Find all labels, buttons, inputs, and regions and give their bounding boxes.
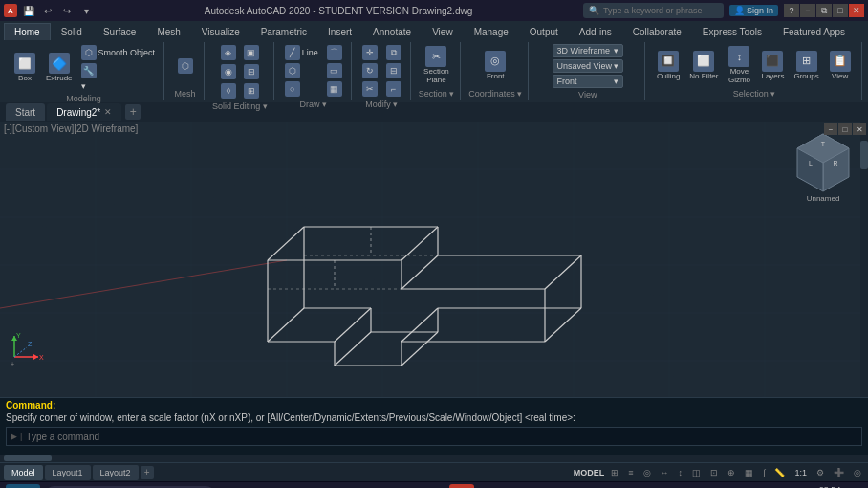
drawing-area[interactable]: [-][Custom View][2D Wireframe] − □ ✕ R L…: [0, 122, 868, 397]
tab-home[interactable]: Home: [4, 23, 51, 40]
status-lw[interactable]: ▦: [742, 468, 756, 477]
btn-layers[interactable]: ⬛ Layers: [757, 49, 788, 83]
viewcube-svg[interactable]: R L T Unnamed: [790, 129, 857, 206]
status-ws[interactable]: ◎: [851, 468, 864, 477]
btn-smooth[interactable]: ⬡ Smooth Object: [78, 44, 159, 61]
new-tab-btn[interactable]: +: [125, 104, 141, 120]
viewcube[interactable]: R L T Unnamed: [790, 129, 857, 196]
tab-drawing2-close[interactable]: ✕: [104, 107, 112, 117]
btn-more-modeling[interactable]: ▾: [78, 80, 159, 92]
tab-solid[interactable]: Solid: [51, 23, 93, 40]
btn-move-gizmo[interactable]: ↕ MoveGizmo: [724, 44, 754, 87]
taskbar-media[interactable]: 🎭: [392, 484, 417, 489]
btn-se-1[interactable]: ◈: [218, 44, 239, 61]
btn-se-5[interactable]: ⊟: [241, 63, 262, 80]
status-polar[interactable]: ↔: [658, 468, 672, 477]
btn-se-4[interactable]: ▣: [241, 44, 262, 61]
help-btn[interactable]: ?: [784, 4, 799, 17]
layout-tab-model[interactable]: Model: [4, 465, 43, 480]
taskbar-file-explorer[interactable]: [249, 484, 273, 489]
status-ortho[interactable]: ◎: [640, 468, 654, 477]
dropdown-wireframe[interactable]: 3D Wireframe ▾: [553, 44, 623, 57]
status-settings[interactable]: ⚙: [814, 468, 827, 477]
status-ruler[interactable]: 📏: [771, 468, 788, 477]
btn-poly[interactable]: ⬡: [282, 62, 321, 79]
win-close[interactable]: ✕: [849, 4, 864, 17]
status-tp[interactable]: ∫: [760, 468, 768, 477]
btn-se-2[interactable]: ◉: [218, 63, 239, 80]
tab-visualize[interactable]: Visualize: [191, 23, 250, 40]
vp-minimize[interactable]: −: [824, 123, 837, 135]
win-maximize[interactable]: □: [833, 4, 848, 17]
status-snap[interactable]: ≡: [625, 468, 636, 477]
tab-insert[interactable]: Insert: [317, 23, 362, 40]
layout-tab-layout1[interactable]: Layout1: [45, 465, 91, 480]
tab-output[interactable]: Output: [519, 23, 569, 40]
btn-mesh-smooth[interactable]: ⬡: [175, 57, 196, 75]
dropdown-direction[interactable]: Front ▾: [553, 75, 623, 88]
tab-addins[interactable]: Add-ins: [569, 23, 622, 40]
tab-express[interactable]: Express Tools: [692, 23, 772, 40]
status-ducs[interactable]: ⊡: [707, 468, 721, 477]
command-input-field[interactable]: [26, 428, 861, 445]
tab-start[interactable]: Start: [6, 103, 45, 121]
btn-groups[interactable]: ⊞ Groups: [791, 49, 821, 83]
btn-trim[interactable]: ✂: [359, 80, 380, 98]
btn-se-6[interactable]: ⊞: [241, 82, 262, 100]
btn-copy[interactable]: ⧉: [383, 44, 404, 61]
btn-circle[interactable]: ○: [282, 80, 321, 98]
status-isnap[interactable]: ↕: [676, 468, 686, 477]
btn-rect[interactable]: ▭: [324, 62, 345, 79]
tab-annotate[interactable]: Annotate: [362, 23, 422, 40]
btn-view-main[interactable]: 📋 View: [825, 49, 856, 83]
command-input-bar[interactable]: ▶ |: [6, 427, 862, 446]
dropdown-view[interactable]: Unsaved View ▾: [553, 59, 623, 73]
tab-mesh[interactable]: Mesh: [146, 23, 190, 40]
vp-close[interactable]: ✕: [853, 123, 866, 135]
add-layout-btn[interactable]: +: [141, 466, 154, 479]
btn-rotate[interactable]: ↻: [359, 62, 380, 79]
taskbar-autocad-running[interactable]: A: [449, 484, 474, 489]
taskbar-firefox[interactable]: 🦊: [306, 484, 331, 489]
qa-undo[interactable]: ↩: [40, 3, 55, 18]
taskview-btn[interactable]: ⧉: [220, 484, 245, 489]
taskbar-ppt[interactable]: 🎯: [478, 484, 503, 489]
win-minimize[interactable]: −: [800, 4, 815, 17]
status-plus[interactable]: ➕: [831, 468, 847, 477]
scrollbar-thumb[interactable]: [860, 141, 868, 169]
bottom-scrollbar[interactable]: [0, 455, 868, 462]
tab-manage[interactable]: Manage: [464, 23, 519, 40]
btn-front[interactable]: ◎ Front: [480, 49, 510, 83]
tab-featured[interactable]: Featured Apps: [772, 23, 856, 40]
tab-drawing2[interactable]: Drawing2* ✕: [47, 103, 121, 121]
tab-collaborate[interactable]: Collaborate: [622, 23, 692, 40]
btn-culling[interactable]: 🔲 Culling: [653, 49, 684, 83]
win-restore[interactable]: ⧉: [816, 4, 832, 17]
btn-line[interactable]: ╱Line: [282, 44, 321, 61]
btn-extrude[interactable]: 🔷 Extrude: [43, 51, 76, 85]
btn-arc[interactable]: ⌒: [324, 44, 345, 61]
btn-box[interactable]: ⬜ Box: [10, 51, 40, 85]
taskbar-chrome[interactable]: [277, 484, 302, 489]
btn-section-plane[interactable]: ✂ SectionPlane: [421, 44, 452, 87]
vp-restore[interactable]: □: [838, 123, 852, 135]
tab-surface[interactable]: Surface: [93, 23, 146, 40]
h-scrollbar-thumb[interactable]: [4, 455, 52, 461]
status-grid[interactable]: ⊞: [608, 468, 621, 477]
sign-in-btn[interactable]: 👤 Sign In: [729, 5, 778, 16]
status-scale[interactable]: 1:1: [792, 468, 810, 477]
btn-fillet[interactable]: ⌐: [383, 80, 404, 98]
status-otrack[interactable]: ◫: [689, 468, 704, 477]
btn-hatch[interactable]: ▦: [324, 80, 345, 98]
btn-no-filter[interactable]: ⬜ No Filter: [686, 49, 721, 83]
ribbon-search-input[interactable]: [603, 6, 718, 15]
status-dyn[interactable]: ⊕: [725, 468, 738, 477]
tab-parametric[interactable]: Parametric: [250, 23, 317, 40]
right-scrollbar[interactable]: [860, 122, 868, 397]
taskbar-edge[interactable]: 🌐: [421, 484, 445, 489]
layout-tab-layout2[interactable]: Layout2: [93, 465, 139, 480]
start-button[interactable]: [6, 484, 40, 489]
tab-view[interactable]: View: [422, 23, 464, 40]
qa-more[interactable]: ▾: [78, 3, 94, 18]
taskbar-phone[interactable]: 📞: [363, 484, 388, 489]
